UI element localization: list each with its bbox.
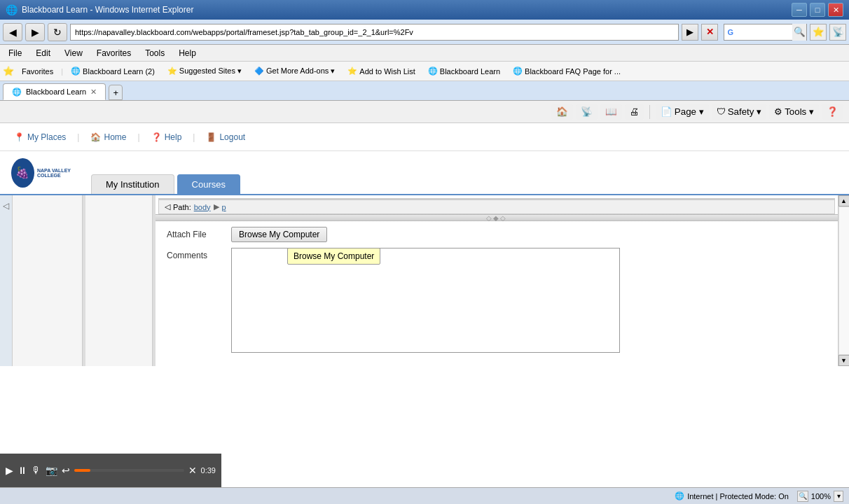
tools-cmd-button[interactable]: ⚙ Tools ▾ <box>769 104 819 120</box>
fav-bb-faq[interactable]: 🌐 Blackboard FAQ Page for ... <box>508 64 626 78</box>
media-pause-button[interactable]: ⏸ <box>18 465 27 476</box>
logout-icon: 🚪 <box>206 132 216 142</box>
menu-edit[interactable]: Edit <box>30 47 56 59</box>
read-cmd-button[interactable]: 📖 <box>600 104 622 120</box>
print-cmd-button[interactable]: 🖨 <box>625 104 644 120</box>
zoom-dropdown-button[interactable]: ▾ <box>834 491 843 502</box>
my-places-link[interactable]: 📍 My Places <box>14 132 66 142</box>
scroll-down-button[interactable]: ▼ <box>838 355 850 366</box>
menu-tools[interactable]: Tools <box>139 47 170 59</box>
fav-wishlist[interactable]: ⭐ Add to Wish List <box>343 64 420 78</box>
help-cmd-button[interactable]: ❓ <box>822 104 843 120</box>
media-progress-fill <box>74 469 90 472</box>
fav-bb-learn2[interactable]: 🌐 Blackboard Learn <box>423 64 505 78</box>
favorites-star-icon: ⭐ <box>3 66 14 76</box>
nvc-logo: 🍇 NAPA VALLEY COLLEGE <box>0 151 85 194</box>
read-icon: 📖 <box>605 106 617 117</box>
right-scrollbar[interactable]: ▲ ▼ <box>838 195 849 366</box>
page-content: 📍 My Places | 🏠 Home | ❓ Help | 🚪 Logout <box>0 123 849 366</box>
zoom-area: 🔍 100% ▾ <box>797 491 843 502</box>
browser-icon: 🌐 <box>6 4 18 15</box>
url-input[interactable] <box>70 24 679 41</box>
browse-computer-button[interactable]: Browse My Computer <box>231 227 327 242</box>
fav-faq-icon: 🌐 <box>513 66 523 76</box>
favorites-star-button[interactable]: ⭐ <box>810 24 827 41</box>
fav-addons[interactable]: 🔷 Get More Add-ons ▾ <box>249 64 340 78</box>
title-bar: 🌐 Blackboard Learn - Windows Internet Ex… <box>0 0 849 20</box>
media-mic-button[interactable]: 🎙 <box>32 465 41 476</box>
logout-link[interactable]: 🚪 Logout <box>206 132 245 142</box>
minimize-button[interactable]: ─ <box>792 3 807 17</box>
cmd-separator <box>649 105 650 119</box>
new-tab-button[interactable]: + <box>109 85 123 100</box>
nav-separator3: | <box>193 132 195 142</box>
restore-button[interactable]: □ <box>810 3 825 17</box>
help-link[interactable]: ❓ Help <box>151 132 182 142</box>
menu-file[interactable]: File <box>3 47 27 59</box>
back-button[interactable]: ◀ <box>3 23 22 41</box>
tab-bar: 🌐 Blackboard Learn ✕ + <box>0 81 849 101</box>
media-stop-button[interactable]: ✕ <box>188 465 197 476</box>
my-places-icon: 📍 <box>14 132 25 142</box>
menu-view[interactable]: View <box>59 47 88 59</box>
scroll-up-button[interactable]: ▲ <box>838 195 850 206</box>
go-button[interactable]: ▶ <box>682 24 698 41</box>
menu-bar: File Edit View Favorites Tools Help <box>0 45 849 62</box>
path-bar: ◁ Path: body ▶ p <box>158 200 835 214</box>
path-collapse-icon[interactable]: ◁ <box>165 202 170 211</box>
safety-cmd-button[interactable]: 🛡 Safety ▾ <box>712 104 767 120</box>
address-bar: ◀ ▶ ↻ ▶ ✕ G 🔍 ⭐ 📡 <box>0 20 849 45</box>
menu-help[interactable]: Help <box>173 47 202 59</box>
fav-blackboard-learn[interactable]: 🌐 Blackboard Learn (2) <box>66 64 160 78</box>
scroll-track[interactable] <box>838 206 850 355</box>
rss-button[interactable]: 📡 <box>829 24 846 41</box>
forward-button[interactable]: ▶ <box>25 23 45 41</box>
close-button[interactable]: ✕ <box>828 3 843 17</box>
fav-addons-icon: 🔷 <box>254 66 264 76</box>
tools-icon: ⚙ <box>774 106 782 117</box>
zoom-button[interactable]: 🔍 <box>797 491 808 502</box>
fav-wishlist-icon: ⭐ <box>347 66 357 76</box>
rss-cmd-button[interactable]: 📡 <box>576 104 598 120</box>
fav-suggested-sites[interactable]: ⭐ Suggested Sites ▾ <box>163 64 247 78</box>
menu-favorites[interactable]: Favorites <box>91 47 137 59</box>
media-camera-button[interactable]: 📷 <box>46 465 57 476</box>
fav-bb2-icon: 🌐 <box>428 66 438 76</box>
sidebar-toggle[interactable]: ◁ <box>0 195 13 366</box>
zoom-level: 100% <box>811 492 831 500</box>
content-frame: ◁ Path: body ▶ p ◇◆◇ Attach File Browse … <box>156 195 838 366</box>
search-submit-button[interactable]: 🔍 <box>792 24 806 41</box>
resize-handle[interactable]: ◇◆◇ <box>156 214 838 221</box>
nav-separator1: | <box>77 132 79 142</box>
protected-mode-text: Internet | Protected Mode: On <box>687 492 789 500</box>
page-cmd-button[interactable]: 📄 Page ▾ <box>656 104 709 120</box>
browser-tab-bb[interactable]: 🌐 Blackboard Learn ✕ <box>3 83 106 100</box>
media-play-button[interactable]: ▶ <box>6 465 13 476</box>
command-bar: 🏠 📡 📖 🖨 📄 Page ▾ 🛡 Safety ▾ ⚙ T <box>0 101 849 123</box>
help-cmd-icon: ❓ <box>827 106 838 117</box>
sidebar-panel-2 <box>85 195 153 366</box>
home-nav-icon: 🏠 <box>90 132 101 142</box>
media-progress-bar[interactable] <box>74 469 184 472</box>
attach-file-label: Attach File <box>167 227 223 239</box>
courses-tab[interactable]: Courses <box>177 174 240 194</box>
status-bar: 🌐 Internet | Protected Mode: On 🔍 100% ▾ <box>0 487 849 504</box>
favorites-label[interactable]: Favorites <box>17 65 58 78</box>
search-input[interactable] <box>736 24 792 40</box>
home-cmd-button[interactable]: 🏠 <box>551 104 573 120</box>
home-link[interactable]: 🏠 Home <box>90 132 126 142</box>
nvc-logo-image: 🍇 NAPA VALLEY COLLEGE <box>11 157 74 188</box>
my-institution-tab[interactable]: My Institution <box>91 174 174 194</box>
media-undo-button[interactable]: ↩ <box>62 465 70 476</box>
page-icon: 📄 <box>661 106 672 117</box>
path-label: Path: <box>173 203 191 211</box>
refresh-button[interactable]: ↻ <box>48 23 67 41</box>
media-time: 0:39 <box>201 466 216 475</box>
path-body-link[interactable]: body <box>194 203 211 211</box>
bb-navigation: 📍 My Places | 🏠 Home | ❓ Help | 🚪 Logout <box>0 123 849 151</box>
nvc-subtitle: COLLEGE <box>37 173 71 178</box>
tab-close-button[interactable]: ✕ <box>90 88 97 97</box>
tab-label: Blackboard Learn <box>26 88 86 96</box>
stop-button[interactable]: ✕ <box>701 24 718 41</box>
path-p-link[interactable]: p <box>222 203 226 211</box>
